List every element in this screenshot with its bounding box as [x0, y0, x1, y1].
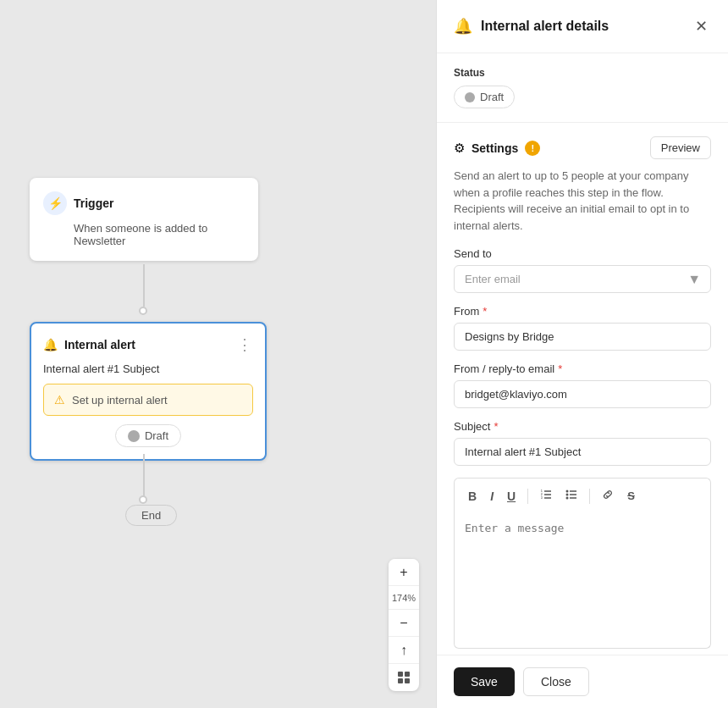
panel-close-button[interactable]: ✕: [692, 14, 711, 39]
subject-label: Subject *: [454, 420, 711, 433]
bell-icon: 🔔: [43, 338, 58, 351]
zoom-in-button[interactable]: +: [389, 559, 419, 586]
up-arrow-icon: ↑: [400, 643, 407, 658]
connector-dot-2: [139, 495, 147, 504]
close-panel-label: Close: [541, 675, 571, 689]
save-label: Save: [471, 675, 498, 689]
status-section: Status Draft: [437, 53, 728, 123]
message-textarea[interactable]: [454, 513, 711, 649]
info-icon: !: [525, 141, 540, 156]
draft-circle-icon: [128, 430, 140, 442]
plus-icon: +: [400, 565, 407, 580]
settings-section: ⚙ Settings ! Preview Send an alert to up…: [437, 123, 728, 655]
from-label: From *: [454, 305, 711, 318]
status-value: Draft: [480, 91, 504, 103]
warning-message: Set up internal alert: [72, 394, 168, 407]
close-icon: ✕: [695, 18, 708, 35]
alert-warning-banner: ⚠ Set up internal alert: [43, 384, 253, 416]
connector-line-1: [143, 264, 145, 307]
zoom-level: 174%: [389, 586, 419, 610]
panel-body: Status Draft ⚙ Settings ! Preview Send a…: [437, 53, 728, 655]
from-reply-required-star: *: [558, 362, 562, 375]
link-button[interactable]: [597, 485, 619, 506]
more-options-button[interactable]: ⋮: [237, 335, 253, 354]
subject-group: Subject *: [454, 420, 711, 466]
close-panel-button[interactable]: Close: [523, 667, 589, 696]
subject-input[interactable]: [454, 438, 711, 466]
editor-toolbar: B I U 1 2 3: [454, 478, 711, 513]
svg-point-10: [566, 490, 569, 493]
save-button[interactable]: Save: [454, 667, 515, 696]
settings-title: Settings: [472, 141, 518, 155]
status-label: Status: [454, 67, 711, 79]
bold-button[interactable]: B: [463, 486, 482, 506]
trigger-node[interactable]: ⚡ Trigger When someone is added to Newsl…: [30, 178, 258, 261]
minus-icon: −: [400, 616, 407, 631]
svg-point-12: [566, 497, 569, 500]
svg-rect-2: [398, 678, 403, 683]
settings-gear-icon: ⚙: [454, 141, 465, 156]
draft-status-button[interactable]: Draft: [115, 424, 181, 447]
strikethrough-button[interactable]: S: [622, 486, 640, 506]
zoom-fit-button[interactable]: ↑: [389, 637, 419, 664]
from-required-star: *: [483, 305, 487, 318]
svg-text:3: 3: [541, 496, 543, 500]
ordered-list-button[interactable]: 1 2 3: [535, 485, 557, 506]
from-reply-group: From / reply-to email *: [454, 362, 711, 408]
from-reply-input[interactable]: [454, 380, 711, 408]
from-input[interactable]: [454, 323, 711, 351]
panel-bell-icon: 🔔: [454, 17, 472, 36]
warning-triangle-icon: ⚠: [54, 393, 65, 407]
flow-canvas: ⚡ Trigger When someone is added to Newsl…: [0, 0, 436, 708]
grid-view-button[interactable]: [389, 664, 419, 691]
send-to-select-wrapper: Enter email ▼: [454, 265, 711, 293]
svg-rect-3: [405, 678, 410, 683]
preview-button[interactable]: Preview: [650, 136, 711, 159]
from-reply-label: From / reply-to email *: [454, 362, 711, 375]
alert-node[interactable]: 🔔 Internal alert ⋮ Internal alert #1 Sub…: [30, 322, 267, 461]
connector-dot-1: [139, 307, 147, 315]
trigger-description: When someone is added to Newsletter: [74, 222, 245, 247]
settings-description: Send an alert to up to 5 people at your …: [454, 168, 711, 234]
status-dot-icon: [465, 92, 475, 102]
draft-label: Draft: [145, 429, 168, 442]
toolbar-divider-2: [589, 489, 590, 504]
lightning-icon: ⚡: [43, 191, 67, 215]
italic-button[interactable]: I: [485, 486, 499, 506]
status-tag: Draft: [454, 86, 515, 108]
trigger-title: Trigger: [74, 196, 113, 210]
toolbar-divider-1: [527, 489, 528, 504]
send-to-label: Send to: [454, 247, 711, 260]
alert-subject: Internal alert #1 Subject: [43, 362, 253, 375]
from-group: From *: [454, 305, 711, 351]
alert-node-title: Internal alert: [64, 338, 135, 351]
underline-button[interactable]: U: [502, 486, 521, 506]
panel-title: Internal alert details: [481, 19, 609, 34]
send-to-select[interactable]: Enter email: [454, 265, 711, 293]
end-label: End: [141, 509, 161, 522]
internal-alert-panel: 🔔 Internal alert details ✕ Status Draft …: [436, 0, 728, 708]
subject-required-star: *: [494, 420, 498, 433]
end-node: End: [125, 505, 177, 526]
zoom-controls: + 174% − ↑: [389, 559, 419, 691]
send-to-group: Send to Enter email ▼: [454, 247, 711, 293]
zoom-out-button[interactable]: −: [389, 610, 419, 637]
connector-line-2: [143, 454, 145, 496]
unordered-list-button[interactable]: [560, 485, 582, 506]
svg-point-11: [566, 494, 569, 496]
svg-rect-1: [405, 672, 410, 677]
svg-rect-0: [398, 672, 403, 677]
panel-header: 🔔 Internal alert details ✕: [437, 0, 728, 53]
panel-footer: Save Close: [437, 655, 728, 708]
preview-label: Preview: [661, 141, 700, 154]
message-group: B I U 1 2 3: [454, 478, 711, 652]
